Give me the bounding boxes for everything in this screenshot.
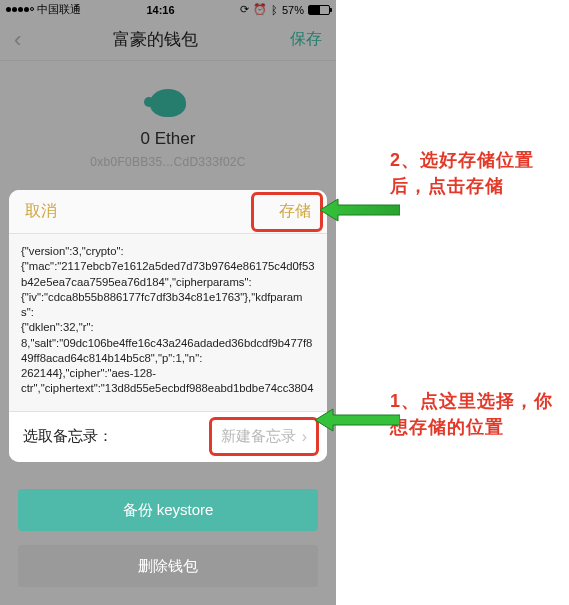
svg-marker-1 — [315, 409, 400, 431]
modal-header: 取消 存储 — [9, 190, 327, 234]
svg-marker-0 — [320, 199, 400, 221]
store-button[interactable]: 存储 — [279, 201, 311, 222]
memo-action-text: 新建备忘录 — [221, 427, 296, 446]
export-modal: 取消 存储 {"version":3,"crypto": {"mac":"211… — [9, 190, 327, 462]
memo-row: 选取备忘录： 新建备忘录 › — [9, 412, 327, 462]
keystore-json-text: {"version":3,"crypto": {"mac":"2117ebcb7… — [9, 234, 327, 412]
bottom-buttons: 备份 keystore 删除钱包 — [18, 489, 318, 587]
cancel-button[interactable]: 取消 — [25, 201, 57, 222]
phone-frame: 中国联通 14:16 ⟳ ⏰ ᛒ 57% ‹ 富豪的钱包 保存 0 Ether … — [0, 0, 336, 605]
annotation-step-1: 1、点这里选择，你想存储的位置 — [390, 388, 565, 440]
memo-label: 选取备忘录： — [23, 427, 113, 446]
arrow-to-store-icon — [320, 196, 400, 224]
delete-wallet-button[interactable]: 删除钱包 — [18, 545, 318, 587]
new-memo-button[interactable]: 新建备忘录 › — [215, 423, 313, 450]
chevron-right-icon: › — [302, 428, 307, 446]
backup-keystore-button[interactable]: 备份 keystore — [18, 489, 318, 531]
arrow-to-memo-icon — [315, 406, 400, 434]
annotation-step-2: 2、选好存储位置后，点击存储 — [390, 147, 560, 199]
